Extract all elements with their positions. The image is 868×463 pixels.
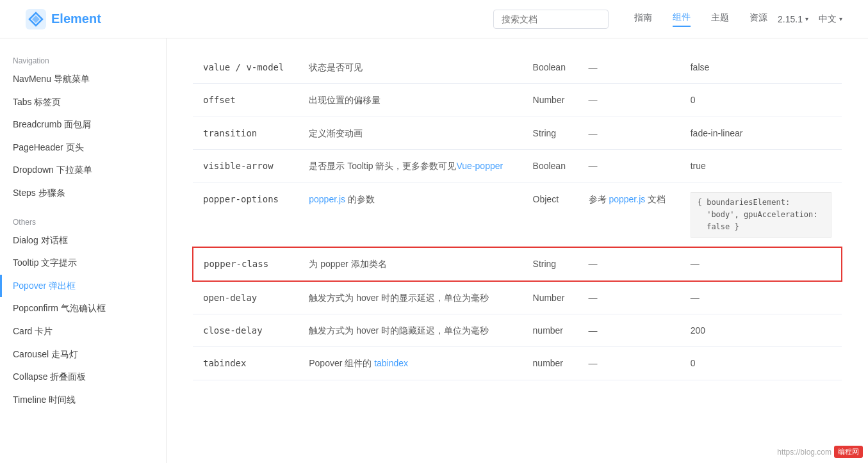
sidebar-item-navmenu[interactable]: NavMenu 导航菜单 bbox=[0, 68, 166, 91]
api-table: value / v-model 状态是否可见 Boolean — false o… bbox=[192, 51, 842, 380]
desc-cell: 定义渐变动画 bbox=[299, 117, 522, 149]
param-cell: transition bbox=[193, 117, 299, 149]
sidebar-item-tabs[interactable]: Tabs 标签页 bbox=[0, 91, 166, 114]
sidebar-item-carousel[interactable]: Carousel 走马灯 bbox=[0, 343, 166, 366]
sidebar-item-pageheader[interactable]: PageHeader 页头 bbox=[0, 136, 166, 159]
options-cell: 参考 popper.js 文档 bbox=[578, 183, 680, 247]
tabindex-link[interactable]: tabindex bbox=[374, 358, 408, 368]
main-content: value / v-model 状态是否可见 Boolean — false o… bbox=[167, 38, 868, 463]
logo[interactable]: Element bbox=[26, 9, 101, 29]
watermark: https://blog.com 编程网 bbox=[777, 446, 863, 458]
lang-chevron-icon: ▾ bbox=[839, 15, 842, 22]
main-nav: 指南 组件 主题 资源 bbox=[634, 12, 767, 27]
sidebar-item-timeline[interactable]: Timeline 时间线 bbox=[0, 389, 166, 412]
sidebar-item-popconfirm[interactable]: Popconfirm 气泡确认框 bbox=[0, 297, 166, 320]
param-cell: value / v-model bbox=[193, 51, 299, 84]
popper-js-desc-link[interactable]: popper.js bbox=[309, 194, 345, 204]
type-cell: Object bbox=[523, 183, 578, 247]
sidebar-item-steps[interactable]: Steps 步骤条 bbox=[0, 182, 166, 205]
sidebar-item-popover[interactable]: Popover 弹出框 bbox=[0, 275, 166, 298]
param-cell: offset bbox=[193, 84, 299, 117]
version-label: 2.15.1 bbox=[778, 14, 803, 24]
logo-text: Element bbox=[51, 12, 101, 26]
default-cell: 0 bbox=[680, 84, 842, 117]
header: Element 指南 组件 主题 资源 2.15.1 ▾ 中文 ▾ bbox=[0, 0, 868, 38]
options-cell: — bbox=[578, 150, 680, 183]
options-cell: — bbox=[578, 51, 680, 84]
default-cell: 0 bbox=[680, 347, 842, 380]
options-cell: — bbox=[578, 117, 680, 149]
type-cell: Boolean bbox=[523, 51, 578, 84]
table-row: transition 定义渐变动画 String — fade-in-linea… bbox=[193, 117, 842, 149]
desc-cell: 是否显示 Tooltip 箭头，更多参数可见Vue-popper bbox=[299, 150, 522, 183]
version-chevron-icon: ▾ bbox=[805, 15, 808, 22]
param-cell: popper-options bbox=[193, 183, 299, 247]
options-cell: — bbox=[578, 281, 680, 314]
desc-cell: Popover 组件的 tabindex bbox=[299, 347, 522, 380]
desc-cell: 为 popper 添加类名 bbox=[299, 247, 522, 280]
sidebar-item-breadcrumb[interactable]: Breadcrumb 面包屑 bbox=[0, 113, 166, 136]
default-cell: — bbox=[680, 281, 842, 314]
type-cell: number bbox=[523, 314, 578, 346]
nav-component[interactable]: 组件 bbox=[673, 12, 691, 27]
default-cell: — bbox=[680, 247, 842, 280]
table-row-highlighted: popper-class 为 popper 添加类名 String — — bbox=[193, 247, 842, 280]
sidebar-item-card[interactable]: Card 卡片 bbox=[0, 320, 166, 343]
type-cell: Number bbox=[523, 281, 578, 314]
watermark-url: https://blog.com bbox=[777, 448, 831, 457]
code-block: { boundariesElement: 'body', gpuAccelera… bbox=[691, 192, 831, 238]
param-cell: tabindex bbox=[193, 347, 299, 380]
table-row: open-delay 触发方式为 hover 时的显示延迟，单位为毫秒 Numb… bbox=[193, 281, 842, 314]
nav-guide[interactable]: 指南 bbox=[634, 12, 652, 26]
param-cell: visible-arrow bbox=[193, 150, 299, 183]
vue-popper-link[interactable]: Vue-popper bbox=[457, 161, 504, 171]
layout: Navigation NavMenu 导航菜单 Tabs 标签页 Breadcr… bbox=[0, 38, 868, 463]
table-row: value / v-model 状态是否可见 Boolean — false bbox=[193, 51, 842, 84]
table-row: offset 出现位置的偏移量 Number — 0 bbox=[193, 84, 842, 117]
sidebar-section-title-navigation: Navigation bbox=[0, 51, 166, 68]
desc-cell: 触发方式为 hover 时的隐藏延迟，单位为毫秒 bbox=[299, 314, 522, 346]
param-cell: open-delay bbox=[193, 281, 299, 314]
default-cell: fade-in-linear bbox=[680, 117, 842, 149]
default-cell: false bbox=[680, 51, 842, 84]
sidebar: Navigation NavMenu 导航菜单 Tabs 标签页 Breadcr… bbox=[0, 38, 167, 463]
language-selector[interactable]: 中文 ▾ bbox=[819, 13, 842, 25]
nav-theme[interactable]: 主题 bbox=[711, 12, 729, 26]
desc-cell: 触发方式为 hover 时的显示延迟，单位为毫秒 bbox=[299, 281, 522, 314]
sidebar-item-dialog[interactable]: Dialog 对话框 bbox=[0, 229, 166, 252]
table-row: visible-arrow 是否显示 Tooltip 箭头，更多参数可见Vue-… bbox=[193, 150, 842, 183]
default-cell: 200 bbox=[680, 314, 842, 346]
watermark-logo: 编程网 bbox=[834, 446, 863, 458]
sidebar-section-navigation: Navigation NavMenu 导航菜单 Tabs 标签页 Breadcr… bbox=[0, 51, 166, 205]
type-cell: String bbox=[523, 117, 578, 149]
table-row: tabindex Popover 组件的 tabindex number — 0 bbox=[193, 347, 842, 380]
nav-resource[interactable]: 资源 bbox=[749, 12, 767, 26]
sidebar-section-title-others: Others bbox=[0, 213, 166, 229]
desc-cell: 状态是否可见 bbox=[299, 51, 522, 84]
param-cell: popper-class bbox=[193, 247, 299, 280]
sidebar-item-dropdown[interactable]: Dropdown 下拉菜单 bbox=[0, 159, 166, 182]
search-input[interactable] bbox=[493, 10, 609, 29]
type-cell: Boolean bbox=[523, 150, 578, 183]
table-row: popper-options popper.js 的参数 Object 参考 p… bbox=[193, 183, 842, 247]
type-cell: number bbox=[523, 347, 578, 380]
desc-cell: popper.js 的参数 bbox=[299, 183, 522, 247]
default-cell: { boundariesElement: 'body', gpuAccelera… bbox=[680, 183, 842, 247]
options-cell: — bbox=[578, 247, 680, 280]
sidebar-item-tooltip[interactable]: Tooltip 文字提示 bbox=[0, 252, 166, 275]
desc-cell: 出现位置的偏移量 bbox=[299, 84, 522, 117]
type-cell: String bbox=[523, 247, 578, 280]
type-cell: Number bbox=[523, 84, 578, 117]
sidebar-item-collapse[interactable]: Collapse 折叠面板 bbox=[0, 366, 166, 389]
sidebar-section-others: Others Dialog 对话框 Tooltip 文字提示 Popover 弹… bbox=[0, 213, 166, 412]
options-cell: — bbox=[578, 84, 680, 117]
language-label: 中文 bbox=[819, 13, 837, 25]
options-cell: — bbox=[578, 347, 680, 380]
popper-js-options-link[interactable]: popper.js bbox=[609, 194, 645, 204]
param-cell: close-delay bbox=[193, 314, 299, 346]
version-selector[interactable]: 2.15.1 ▾ bbox=[778, 14, 808, 24]
options-cell: — bbox=[578, 314, 680, 346]
logo-icon bbox=[26, 9, 46, 29]
default-cell: true bbox=[680, 150, 842, 183]
table-row: close-delay 触发方式为 hover 时的隐藏延迟，单位为毫秒 num… bbox=[193, 314, 842, 346]
